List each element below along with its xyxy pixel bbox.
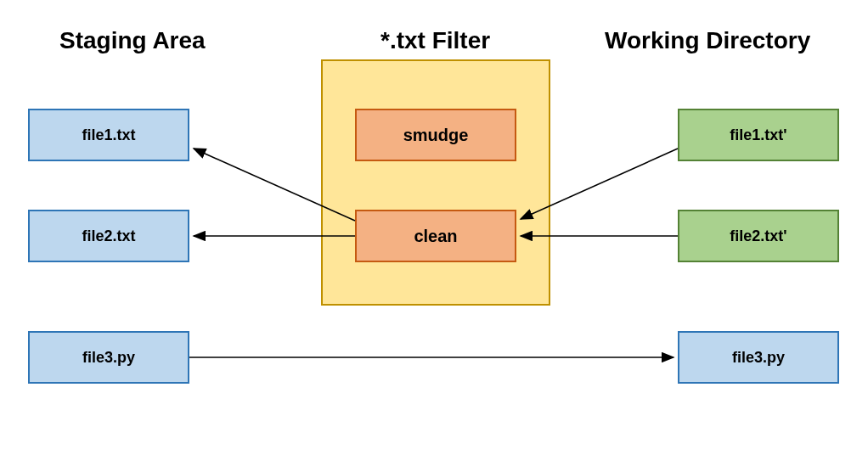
smudge-box: smudge	[355, 109, 516, 161]
heading-working: Working Directory	[605, 27, 810, 54]
filter-container	[321, 59, 550, 306]
working-file3: file3.py	[678, 331, 839, 384]
working-file1: file1.txt'	[678, 109, 839, 161]
heading-filter: *.txt Filter	[380, 27, 490, 54]
staging-file2: file2.txt	[28, 210, 189, 262]
staging-file3: file3.py	[28, 331, 189, 384]
heading-staging: Staging Area	[59, 27, 206, 54]
clean-box: clean	[355, 210, 516, 262]
diagram-container: Staging Area *.txt Filter Working Direct…	[0, 0, 868, 466]
working-file2: file2.txt'	[678, 210, 839, 262]
staging-file1: file1.txt	[28, 109, 189, 161]
